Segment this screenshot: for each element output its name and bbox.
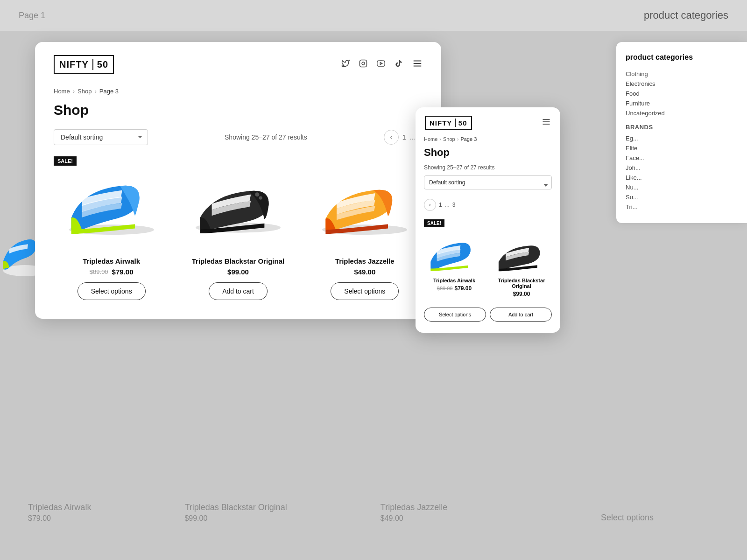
instagram-icon[interactable] bbox=[359, 59, 367, 70]
price-sale-airwalk-small: $79.00 bbox=[454, 285, 472, 292]
left-edge-shoe bbox=[0, 210, 37, 303]
modal-small-header: NIFTY 50 bbox=[416, 107, 560, 136]
sidebar-brand-nu[interactable]: Nu... bbox=[626, 182, 738, 192]
breadcrumb-home-small[interactable]: Home bbox=[424, 136, 437, 142]
product-image-airwalk bbox=[54, 156, 169, 250]
twitter-icon[interactable] bbox=[341, 59, 350, 70]
product-card-blackstar-small: Tripledas Blackstar Original $99.00 bbox=[491, 232, 552, 301]
breadcrumb-shop-small[interactable]: Shop bbox=[443, 136, 455, 142]
results-text-large: Showing 25–27 of 27 results bbox=[225, 133, 307, 141]
logo-small-part2: 50 bbox=[458, 119, 467, 127]
toolbar-large: Default sorting Sort by popularity Sort … bbox=[54, 129, 423, 145]
hamburger-small[interactable] bbox=[542, 117, 551, 129]
product-name-jazzelle: Tripledas Jazzelle bbox=[335, 257, 395, 265]
pagination-page1-large[interactable]: 1 bbox=[402, 133, 406, 141]
breadcrumb-sep1-small: › bbox=[439, 136, 441, 142]
product-name-airwalk-small: Tripledas Airwalk bbox=[433, 278, 475, 283]
product-image-jazzelle bbox=[307, 156, 423, 250]
bg-product2-price: $99.00 bbox=[184, 514, 287, 523]
pagination-page3-small[interactable]: 3 bbox=[452, 202, 456, 208]
breadcrumb-small: Home › Shop › Page 3 bbox=[424, 136, 552, 142]
tiktok-icon[interactable] bbox=[395, 59, 403, 70]
breadcrumb-home[interactable]: Home bbox=[54, 88, 70, 95]
modal-small: NIFTY 50 Home › Shop › Page 3 Shop Showi… bbox=[416, 107, 560, 333]
product-price-airwalk-small: $89.00 $79.00 bbox=[437, 285, 472, 292]
price-original-airwalk: $89.00 bbox=[90, 268, 108, 275]
page-title-large: Shop bbox=[54, 102, 423, 118]
price-regular-blackstar: $99.00 bbox=[227, 268, 249, 276]
bg-categories-label: product categories bbox=[644, 9, 728, 21]
sidebar-item-electronics[interactable]: Electronics bbox=[626, 79, 738, 89]
modal-large-body: Home › Shop › Page 3 Shop Default sortin… bbox=[35, 88, 441, 319]
sidebar-brand-eg[interactable]: Eg... bbox=[626, 133, 738, 143]
page-title-small: Shop bbox=[424, 147, 552, 159]
price-regular-jazzelle: $49.00 bbox=[354, 268, 375, 276]
modal-large: NIFTY 50 Home › Shop bbox=[35, 42, 441, 319]
breadcrumb-sep2-small: › bbox=[457, 136, 459, 142]
bg-page-label: Page 1 bbox=[19, 11, 45, 21]
product-card-airwalk: SALE! Tripledas Airwalk $89.0 bbox=[54, 156, 169, 300]
results-text-small: Showing 25–27 of 27 results bbox=[424, 164, 552, 171]
sort-select-large[interactable]: Default sorting Sort by popularity Sort … bbox=[54, 129, 148, 145]
bg-bottom-products: Tripledas Airwalk $79.00 Tripledas Black… bbox=[28, 503, 448, 523]
sort-select-small[interactable]: Default sorting bbox=[424, 175, 552, 189]
product-price-blackstar-small: $99.00 bbox=[513, 291, 530, 297]
select-options-small[interactable]: Select options bbox=[424, 308, 486, 322]
sidebar-brand-joh[interactable]: Joh... bbox=[626, 163, 738, 173]
sale-badge-airwalk: SALE! bbox=[54, 156, 77, 166]
sidebar-item-food[interactable]: Food bbox=[626, 89, 738, 98]
product-card-blackstar: Tripledas Blackstar Original $99.00 Add … bbox=[180, 156, 296, 300]
sidebar-brands-title: brands bbox=[626, 124, 738, 131]
price-original-airwalk-small: $89.00 bbox=[437, 286, 453, 291]
sort-wrapper-small: Default sorting bbox=[424, 175, 552, 195]
bg-product3-price: $49.00 bbox=[381, 514, 447, 523]
sidebar-brand-tri[interactable]: Tri... bbox=[626, 202, 738, 212]
youtube-icon[interactable] bbox=[377, 59, 385, 70]
sidebar-brand-su[interactable]: Su... bbox=[626, 192, 738, 202]
product-image-blackstar bbox=[180, 156, 296, 250]
pagination-prev-large[interactable]: ‹ bbox=[384, 130, 399, 145]
breadcrumb-current-small: Page 3 bbox=[460, 136, 477, 142]
menu-icon[interactable] bbox=[412, 58, 423, 71]
modal-large-header: NIFTY 50 bbox=[35, 42, 441, 83]
select-options-airwalk[interactable]: Select options bbox=[78, 282, 146, 300]
product-price-jazzelle: $49.00 bbox=[354, 268, 375, 276]
product-card-airwalk-small: Tripledas Airwalk $89.00 $79.00 bbox=[424, 232, 485, 301]
pagination-page1-small[interactable]: 1 bbox=[439, 202, 442, 208]
breadcrumb-shop[interactable]: Shop bbox=[78, 88, 92, 95]
pagination-dots-small: ... bbox=[445, 202, 450, 208]
logo-large: NIFTY 50 bbox=[54, 55, 114, 74]
svg-point-10 bbox=[259, 196, 262, 199]
sidebar-title: product categories bbox=[626, 53, 738, 62]
sidebar-brand-elite[interactable]: Elite bbox=[626, 143, 738, 153]
pagination-dots-large: ... bbox=[410, 133, 416, 141]
svg-marker-3 bbox=[380, 62, 382, 64]
logo-part2: 50 bbox=[97, 59, 108, 70]
bg-product3-name: Tripledas Jazzelle bbox=[381, 503, 447, 512]
sidebar-brand-like[interactable]: Like... bbox=[626, 173, 738, 182]
add-to-cart-blackstar[interactable]: Add to cart bbox=[209, 282, 268, 300]
add-to-cart-small[interactable]: Add to cart bbox=[490, 308, 552, 322]
sidebar-item-furniture[interactable]: Furniture bbox=[626, 98, 738, 108]
bg-product1-name: Tripledas Airwalk bbox=[28, 503, 91, 512]
select-options-jazzelle[interactable]: Select options bbox=[331, 282, 399, 300]
sidebar-item-clothing[interactable]: Clothing bbox=[626, 69, 738, 79]
product-name-airwalk: Tripledas Airwalk bbox=[83, 257, 140, 265]
pagination-prev-small[interactable]: ‹ bbox=[424, 199, 436, 211]
modal-small-body: Home › Shop › Page 3 Shop Showing 25–27 … bbox=[416, 136, 560, 333]
price-regular-blackstar-small: $99.00 bbox=[513, 291, 530, 297]
header-icons bbox=[341, 58, 423, 71]
product-image-blackstar-small bbox=[491, 232, 552, 274]
price-sale-airwalk: $79.00 bbox=[112, 268, 134, 276]
breadcrumb-sep1: › bbox=[73, 88, 75, 95]
bg-product1-price: $79.00 bbox=[28, 514, 91, 523]
product-name-blackstar-small: Tripledas Blackstar Original bbox=[491, 278, 552, 289]
bg-product2-name: Tripledas Blackstar Original bbox=[184, 503, 287, 512]
logo-divider bbox=[92, 59, 93, 70]
sidebar-item-uncategorized[interactable]: Uncategorized bbox=[626, 108, 738, 118]
sidebar-brand-face[interactable]: Face... bbox=[626, 153, 738, 163]
pagination-small: ‹ 1 ... 3 bbox=[424, 199, 552, 211]
product-price-blackstar: $99.00 bbox=[227, 268, 249, 276]
bg-select-options: Select options bbox=[601, 513, 654, 523]
breadcrumb-current: Page 3 bbox=[99, 88, 119, 95]
